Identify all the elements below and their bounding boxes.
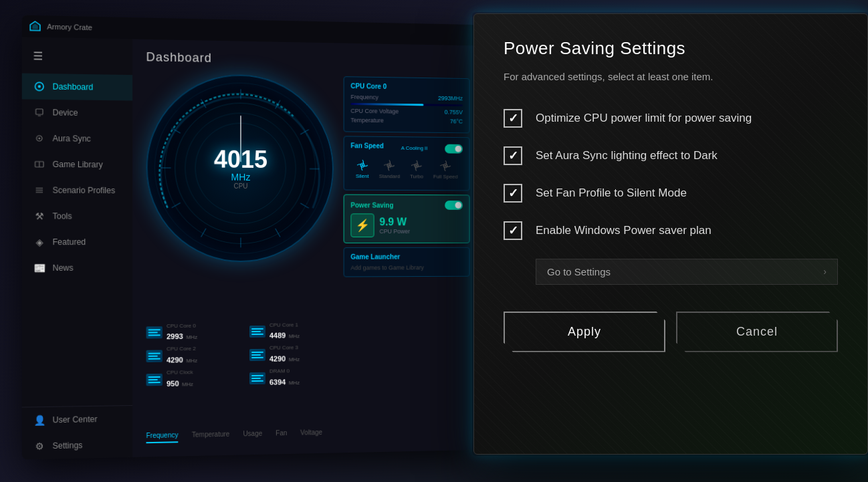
checkbox-cpu-power[interactable]: ✓ Optimize CPU power limit for power sav… xyxy=(504,109,838,128)
cancel-button[interactable]: Cancel xyxy=(676,312,838,352)
core-lines-1 xyxy=(251,328,263,335)
stats-panel: CPU Core 0 Frequency 2993MHz CPU Core Vo… xyxy=(344,76,470,277)
core-icon-0 xyxy=(146,326,162,338)
checkbox-box-cpu-power[interactable]: ✓ xyxy=(504,109,522,128)
core-icon-5 xyxy=(249,372,265,384)
fan-mode-full-speed[interactable]: Full Speed xyxy=(433,159,458,180)
gauge-value: 4015 xyxy=(214,147,267,172)
core-lines-0 xyxy=(148,329,160,336)
apply-button[interactable]: Apply xyxy=(504,312,665,352)
tab-frequency[interactable]: Frequency xyxy=(146,431,179,443)
checkbox-win-power[interactable]: ✓ Enable Windows Power saver plan xyxy=(504,221,838,240)
cpu-core-0-card: CPU Core 0 Frequency 2993MHz CPU Core Vo… xyxy=(344,76,470,133)
core-lines-4 xyxy=(148,376,160,382)
settings-icon: ⚙ xyxy=(33,440,45,453)
sidebar-item-scenario-profiles[interactable]: Scenario Profiles xyxy=(22,177,132,203)
sidebar-item-game-library[interactable]: Game Library xyxy=(22,151,132,178)
core-info-1: CPU Core 1 4489 MHz xyxy=(269,322,300,341)
core-value-2: 4290 xyxy=(167,356,183,364)
sidebar-item-user-center[interactable]: 👤 User Center xyxy=(22,406,132,434)
core-name-3: CPU Core 3 xyxy=(269,345,300,352)
checkbox-label-aura-dark: Set Aura Sync lighting effect to Dark xyxy=(536,149,718,162)
sidebar-item-featured[interactable]: ◈ Featured xyxy=(22,229,132,255)
core-info-5: DRAM 0 6394 MHz xyxy=(269,368,300,387)
scenario-profiles-icon xyxy=(33,184,45,196)
core-icon-4 xyxy=(146,373,162,386)
fan-mode-turbo[interactable]: Turbo xyxy=(410,159,423,180)
svg-marker-1 xyxy=(32,23,37,29)
checkbox-aura-dark[interactable]: ✓ Set Aura Sync lighting effect to Dark xyxy=(504,146,838,165)
tab-usage[interactable]: Usage xyxy=(243,430,262,442)
checkbox-box-win-power[interactable]: ✓ xyxy=(504,221,522,240)
core-lines-5 xyxy=(251,374,263,381)
core-lines-2 xyxy=(148,352,160,359)
goto-arrow-icon: › xyxy=(823,266,827,277)
news-icon: 📰 xyxy=(33,262,45,274)
core-name-4: CPU Clock xyxy=(167,369,193,376)
power-card-title: Power Saving xyxy=(350,201,393,209)
sidebar-label-tools: Tools xyxy=(53,211,72,221)
tab-temperature[interactable]: Temperature xyxy=(192,431,230,443)
cores-grid: CPU Core 0 2993 MHz CPU Core 1 xyxy=(146,322,347,390)
goto-settings[interactable]: Go to Settings › xyxy=(536,259,838,285)
gauge-area: 4015 MHz CPU xyxy=(146,73,347,275)
game-launcher-title: Game Launcher xyxy=(350,253,463,261)
sidebar-label-dashboard: Dashboard xyxy=(53,82,94,92)
frequency-bar xyxy=(350,103,463,106)
sidebar-label-game-library: Game Library xyxy=(53,160,103,170)
sidebar-item-dashboard[interactable]: Dashboard xyxy=(22,74,132,101)
sidebar-item-aura-sync[interactable]: Aura Sync xyxy=(22,125,132,152)
checkbox-label-cpu-power: Optimize CPU power limit for power savin… xyxy=(536,112,752,125)
power-icon: ⚡ xyxy=(350,213,374,237)
fan-mode-silent[interactable]: Silent xyxy=(356,158,369,179)
checkbox-label-win-power: Enable Windows Power saver plan xyxy=(536,224,712,237)
sidebar-item-news[interactable]: 📰 News xyxy=(22,255,132,281)
dashboard-icon xyxy=(33,80,45,93)
voltage-row: CPU Core Voltage 0.755V xyxy=(350,108,463,116)
tab-fan[interactable]: Fan xyxy=(276,429,287,441)
main-content: Dashboard xyxy=(132,39,476,457)
frequency-value: 2993MHz xyxy=(438,95,463,102)
modal-buttons: Apply Cancel xyxy=(504,312,838,352)
sidebar-label-news: News xyxy=(53,263,74,273)
checkmark-win-power: ✓ xyxy=(508,225,518,237)
core-name-1: CPU Core 1 xyxy=(269,322,300,328)
core-info-2: CPU Core 2 4290 MHz xyxy=(167,346,197,366)
temperature-row: Temperature 76°C xyxy=(350,117,463,125)
sidebar-label-user-center: User Center xyxy=(53,414,98,425)
sidebar-label-scenario-profiles: Scenario Profiles xyxy=(53,185,116,195)
app-logo xyxy=(29,20,41,33)
sidebar-item-device[interactable]: Device xyxy=(22,99,132,126)
checkbox-box-fan-silent[interactable]: ✓ xyxy=(504,184,522,203)
gauge-center-text: 4015 MHz CPU xyxy=(214,147,267,190)
checkmark-aura-dark: ✓ xyxy=(508,150,518,162)
hamburger-icon[interactable]: ☰ xyxy=(33,49,43,63)
frequency-row: Frequency 2993MHz xyxy=(350,94,463,102)
core-icon-1 xyxy=(249,326,265,338)
featured-icon: ◈ xyxy=(33,236,45,248)
user-center-icon: 👤 xyxy=(33,414,45,427)
tab-voltage[interactable]: Voltage xyxy=(300,429,322,441)
fan-mode-standard[interactable]: Standard xyxy=(379,158,401,179)
svg-line-18 xyxy=(276,229,280,237)
core-lines-3 xyxy=(251,352,263,358)
core-info-4: CPU Clock 950 MHz xyxy=(167,369,193,389)
frequency-label: Frequency xyxy=(350,94,378,100)
core-name-0: CPU Core 0 xyxy=(167,322,197,329)
fan-toggle[interactable] xyxy=(445,144,463,153)
checkbox-label-fan-silent: Set Fan Profile to Silent Mode xyxy=(536,187,687,200)
core-unit-5: MHz xyxy=(289,380,300,386)
checkbox-fan-silent[interactable]: ✓ Set Fan Profile to Silent Mode xyxy=(504,184,838,203)
sidebar-item-settings[interactable]: ⚙ Settings xyxy=(22,431,132,459)
core-value-0: 2993 xyxy=(167,332,183,340)
cpu-core-0-title: CPU Core 0 xyxy=(350,82,463,91)
power-stats-group: 9.9 W CPU Power xyxy=(379,216,410,235)
checkbox-box-aura-dark[interactable]: ✓ xyxy=(504,146,522,165)
power-saving-card: Power Saving ⚡ 9.9 W CPU Power xyxy=(344,195,470,243)
power-saving-toggle[interactable] xyxy=(445,201,463,210)
core-unit-4: MHz xyxy=(182,381,193,387)
game-library-icon xyxy=(33,158,45,170)
sidebar-item-tools[interactable]: ⚒ Tools xyxy=(22,203,132,229)
sidebar-label-settings: Settings xyxy=(53,441,83,451)
sidebar: ☰ Dashboard Device xyxy=(22,37,132,459)
